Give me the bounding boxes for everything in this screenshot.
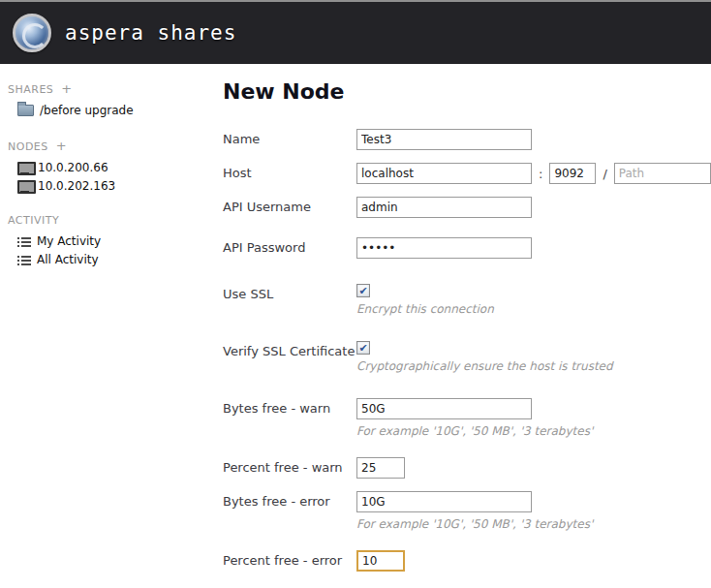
name-row: Name (223, 129, 711, 150)
sidebar-item-my-activity[interactable]: My Activity (17, 234, 215, 248)
bytes-error-row: Bytes free - error For example '10G', '5… (223, 491, 711, 531)
sidebar-item-node-2[interactable]: 10.0.202.163 (17, 179, 215, 193)
use-ssl-row: Use SSL ✔ Encrypt this connection (223, 284, 711, 316)
host-row: Host : / (223, 163, 711, 184)
api-username-input[interactable] (356, 197, 532, 218)
check-icon: ✔ (358, 286, 367, 296)
api-password-label: API Password (223, 237, 356, 255)
node-label: 10.0.202.163 (38, 179, 115, 193)
main-content: New Node Name Host : / API Username API … (215, 64, 711, 588)
api-password-input[interactable] (356, 237, 532, 259)
folder-icon (17, 105, 34, 116)
node-label: 10.0.200.66 (38, 161, 108, 174)
add-node-button[interactable]: + (56, 139, 67, 153)
page-title: New Node (223, 79, 711, 104)
app-header: aspera shares (0, 0, 711, 64)
bytes-warn-label: Bytes free - warn (223, 398, 356, 416)
percent-warn-label: Percent free - warn (223, 457, 356, 475)
sidebar-section-shares: SHARES + /before upgrade (8, 81, 215, 117)
percent-warn-row: Percent free - warn (223, 457, 711, 479)
aspera-logo-icon (13, 14, 51, 52)
name-input[interactable] (356, 129, 532, 150)
host-label: Host (223, 163, 356, 180)
use-ssl-checkbox[interactable]: ✔ (356, 284, 370, 297)
shares-section-label: SHARES (8, 83, 53, 96)
host-port-separator: : (539, 167, 542, 181)
sidebar-item-node-1[interactable]: 10.0.200.66 (17, 161, 215, 174)
list-icon (17, 255, 31, 265)
bytes-error-label: Bytes free - error (223, 491, 356, 509)
bytes-warn-input[interactable] (356, 398, 532, 419)
sidebar: SHARES + /before upgrade NODES + 10.0.20… (0, 64, 215, 588)
bytes-error-hint: For example '10G', '50 MB', '3 terabytes… (356, 517, 593, 531)
percent-error-label: Percent free - error (223, 550, 356, 568)
verify-ssl-label: Verify SSL Certificate (223, 341, 356, 358)
activity-section-label: ACTIVITY (8, 214, 59, 227)
check-icon: ✔ (358, 343, 367, 354)
activity-label: My Activity (37, 234, 101, 248)
port-path-separator: / (603, 167, 606, 181)
port-input[interactable] (549, 163, 596, 184)
api-password-row: API Password (223, 237, 711, 259)
name-label: Name (223, 129, 356, 146)
percent-error-input[interactable] (356, 550, 405, 572)
share-label: /before upgrade (40, 104, 134, 117)
host-input[interactable] (356, 163, 532, 184)
sidebar-section-nodes: NODES + 10.0.200.66 10.0.202.163 (8, 139, 215, 193)
percent-error-row: Percent free - error (223, 550, 711, 572)
monitor-icon (17, 180, 32, 193)
verify-ssl-row: Verify SSL Certificate ✔ Cryptographical… (223, 341, 711, 373)
nodes-section-label: NODES (8, 140, 48, 153)
bytes-warn-hint: For example '10G', '50 MB', '3 terabytes… (356, 424, 593, 438)
monitor-icon (17, 162, 32, 174)
verify-ssl-hint: Cryptographically ensure the host is tru… (356, 359, 613, 373)
sidebar-item-before-upgrade[interactable]: /before upgrade (17, 104, 215, 117)
api-username-row: API Username (223, 197, 711, 218)
path-input[interactable] (614, 163, 711, 184)
bytes-error-input[interactable] (356, 491, 532, 512)
activity-label: All Activity (37, 253, 99, 266)
app-title: aspera shares (65, 21, 236, 45)
verify-ssl-checkbox[interactable]: ✔ (356, 341, 370, 355)
sidebar-section-activity: ACTIVITY My Activity All Activity (8, 214, 215, 266)
sidebar-item-all-activity[interactable]: All Activity (17, 253, 215, 266)
add-share-button[interactable]: + (61, 81, 72, 96)
bytes-warn-row: Bytes free - warn For example '10G', '50… (223, 398, 711, 438)
api-username-label: API Username (223, 197, 356, 214)
use-ssl-hint: Encrypt this connection (356, 302, 494, 316)
percent-warn-input[interactable] (356, 457, 405, 479)
list-icon (17, 236, 31, 247)
use-ssl-label: Use SSL (223, 284, 356, 301)
